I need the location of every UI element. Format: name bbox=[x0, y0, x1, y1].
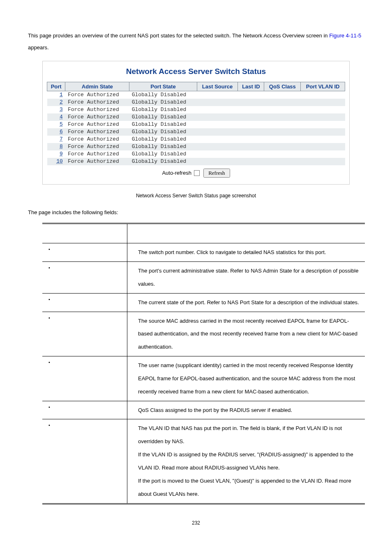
port-cell: 2 bbox=[47, 99, 65, 106]
desc-text-cell: QoS Class assigned to the port by the RA… bbox=[127, 401, 365, 419]
port-state-cell: Globally Disabled bbox=[129, 128, 197, 136]
admin-state-cell: Force Authorized bbox=[65, 128, 129, 136]
description-table: •The switch port number. Click to naviga… bbox=[42, 223, 365, 504]
bullet-icon: • bbox=[48, 405, 50, 409]
port-state-cell: Globally Disabled bbox=[129, 150, 197, 158]
empty-cell bbox=[197, 136, 238, 143]
empty-cell bbox=[197, 121, 238, 128]
empty-cell bbox=[264, 143, 301, 150]
desc-label-cell: • bbox=[42, 419, 127, 504]
empty-cell bbox=[301, 150, 345, 158]
port-cell: 1 bbox=[47, 91, 65, 99]
port-state-cell: Globally Disabled bbox=[129, 158, 197, 165]
empty-cell bbox=[264, 136, 301, 143]
admin-state-cell: Force Authorized bbox=[65, 113, 129, 121]
empty-cell bbox=[264, 113, 301, 121]
table-row: 8Force AuthorizedGlobally Disabled bbox=[47, 143, 345, 150]
bullet-icon: • bbox=[48, 423, 50, 428]
empty-cell bbox=[264, 150, 301, 158]
admin-state-cell: Force Authorized bbox=[65, 106, 129, 113]
port-state-cell: Globally Disabled bbox=[129, 121, 197, 128]
port-state-cell: Globally Disabled bbox=[129, 91, 197, 99]
table-controls: Auto-refresh Refresh bbox=[47, 169, 345, 178]
status-header-cell: QoS Class bbox=[264, 82, 301, 91]
empty-cell bbox=[301, 143, 345, 150]
empty-cell bbox=[264, 128, 301, 136]
port-cell: 7 bbox=[47, 136, 65, 143]
port-state-cell: Globally Disabled bbox=[129, 143, 197, 150]
port-cell: 5 bbox=[47, 121, 65, 128]
empty-cell bbox=[264, 91, 301, 99]
auto-refresh-label: Auto-refresh bbox=[162, 170, 191, 176]
desc-text-cell: The VLAN ID that NAS has put the port in… bbox=[127, 419, 365, 504]
port-link[interactable]: 9 bbox=[60, 151, 63, 157]
empty-cell bbox=[197, 158, 238, 165]
empty-cell bbox=[301, 158, 345, 165]
port-cell: 10 bbox=[47, 158, 65, 165]
port-link[interactable]: 4 bbox=[60, 114, 63, 120]
empty-cell bbox=[238, 113, 264, 121]
port-cell: 9 bbox=[47, 150, 65, 158]
desc-text-cell: The port's current administrative state.… bbox=[127, 262, 365, 294]
port-link[interactable]: 2 bbox=[60, 99, 63, 105]
port-link[interactable]: 3 bbox=[60, 106, 63, 113]
desc-text-cell: The switch port number. Click to navigat… bbox=[127, 243, 365, 262]
port-link[interactable]: 10 bbox=[56, 158, 63, 164]
admin-state-cell: Force Authorized bbox=[65, 143, 129, 150]
status-panel: Network Access Server Switch Status Port… bbox=[42, 61, 350, 185]
table-row: •The VLAN ID that NAS has put the port i… bbox=[42, 419, 365, 504]
table-row: 7Force AuthorizedGlobally Disabled bbox=[47, 136, 345, 143]
fields-intro: The page includes the following fields: bbox=[28, 209, 364, 215]
port-link[interactable]: 1 bbox=[60, 92, 63, 98]
desc-header-object bbox=[42, 224, 127, 243]
intro-paragraph: This page provides an overview of the cu… bbox=[28, 30, 364, 53]
table-row: •The current state of the port. Refer to… bbox=[42, 293, 365, 312]
figure-link[interactable]: Figure 4-11-5 bbox=[329, 32, 361, 39]
table-row: 9Force AuthorizedGlobally Disabled bbox=[47, 150, 345, 158]
empty-cell bbox=[197, 113, 238, 121]
empty-cell bbox=[197, 150, 238, 158]
status-table: PortAdmin StatePort StateLast SourceLast… bbox=[47, 82, 345, 165]
empty-cell bbox=[238, 143, 264, 150]
table-row: 5Force AuthorizedGlobally Disabled bbox=[47, 121, 345, 128]
empty-cell bbox=[197, 91, 238, 99]
bullet-icon: • bbox=[48, 265, 50, 270]
empty-cell bbox=[264, 121, 301, 128]
table-row: 2Force AuthorizedGlobally Disabled bbox=[47, 99, 345, 106]
port-link[interactable]: 8 bbox=[60, 143, 63, 150]
admin-state-cell: Force Authorized bbox=[65, 99, 129, 106]
refresh-button[interactable]: Refresh bbox=[203, 169, 230, 178]
table-row: 4Force AuthorizedGlobally Disabled bbox=[47, 113, 345, 121]
status-header-cell: Port State bbox=[129, 82, 197, 91]
desc-text-cell: The source MAC address carried in the mo… bbox=[127, 312, 365, 356]
desc-label-cell: • bbox=[42, 293, 127, 312]
admin-state-cell: Force Authorized bbox=[65, 136, 129, 143]
empty-cell bbox=[238, 99, 264, 106]
empty-cell bbox=[238, 128, 264, 136]
port-link[interactable]: 7 bbox=[60, 136, 63, 142]
empty-cell bbox=[238, 158, 264, 165]
desc-header-row bbox=[42, 224, 365, 243]
admin-state-cell: Force Authorized bbox=[65, 121, 129, 128]
status-header-cell: Port VLAN ID bbox=[301, 82, 345, 91]
empty-cell bbox=[238, 91, 264, 99]
status-header-cell: Admin State bbox=[65, 82, 129, 91]
empty-cell bbox=[238, 136, 264, 143]
port-state-cell: Globally Disabled bbox=[129, 113, 197, 121]
admin-state-cell: Force Authorized bbox=[65, 158, 129, 165]
port-link[interactable]: 5 bbox=[60, 121, 63, 127]
port-link[interactable]: 6 bbox=[60, 129, 63, 135]
empty-cell bbox=[197, 128, 238, 136]
port-cell: 6 bbox=[47, 128, 65, 136]
port-cell: 4 bbox=[47, 113, 65, 121]
auto-refresh-checkbox[interactable] bbox=[194, 170, 200, 176]
table-row: 6Force AuthorizedGlobally Disabled bbox=[47, 128, 345, 136]
empty-cell bbox=[238, 106, 264, 113]
desc-header-description bbox=[127, 224, 365, 243]
table-row: •The user name (supplicant identity) car… bbox=[42, 356, 365, 401]
empty-cell bbox=[301, 106, 345, 113]
table-row: 10Force AuthorizedGlobally Disabled bbox=[47, 158, 345, 165]
port-state-cell: Globally Disabled bbox=[129, 106, 197, 113]
empty-cell bbox=[264, 99, 301, 106]
port-state-cell: Globally Disabled bbox=[129, 99, 197, 106]
